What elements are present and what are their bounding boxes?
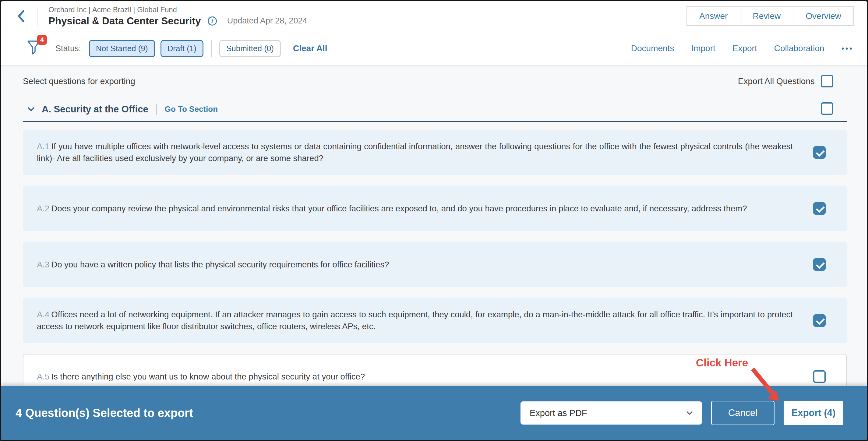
chip-not-started[interactable]: Not Started (9) [89,40,155,57]
chip-group-divider [211,40,212,57]
export-format-select[interactable]: Export as PDF [521,401,702,424]
info-icon[interactable]: i [208,17,217,26]
question-checkbox[interactable] [813,202,826,215]
section-rule [23,121,847,122]
section-collapse-button[interactable] [27,106,35,112]
back-button[interactable] [16,9,27,24]
question-text: A.2Does your company review the physical… [37,202,793,214]
overview-button[interactable]: Overview [793,6,854,26]
question-id: A.1 [37,141,49,151]
instruction-text: Select questions for exporting [23,76,135,86]
documents-link[interactable]: Documents [631,43,674,53]
question-checkbox[interactable] [813,146,826,159]
go-to-section-link[interactable]: Go To Section [165,104,218,114]
chip-submitted[interactable]: Submitted (0) [219,40,281,57]
clear-all-link[interactable]: Clear All [293,43,328,53]
question-list: A.1If you have multiple offices with net… [23,130,847,399]
filter-bar: 4 Status: Not Started (9) Draft (1) Subm… [1,31,867,66]
question-checkbox[interactable] [813,314,826,327]
chevron-down-icon [27,106,35,112]
export-all-control: Export All Questions [738,75,833,87]
page-title: Physical & Data Center Security [49,15,201,27]
breadcrumb: Orchard Inc | Acme Brazil | Global Fund [49,5,307,14]
question-row-a3[interactable]: A.3Do you have a written policy that lis… [23,242,847,287]
question-row-a2[interactable]: A.2Does your company review the physical… [23,186,847,231]
selected-count-text: 4 Question(s) Selected to export [16,407,193,420]
filter-button[interactable]: 4 [27,40,41,57]
export-format-value: Export as PDF [530,408,587,418]
collaboration-link[interactable]: Collaboration [774,43,825,53]
review-button[interactable]: Review [740,6,794,26]
export-all-checkbox[interactable] [821,75,833,87]
more-menu-icon[interactable]: ••• [841,44,854,53]
view-switcher: Answer Review Overview [686,6,854,26]
question-id: A.2 [37,204,49,213]
section-title: A. Security at the Office [42,104,148,115]
cancel-button[interactable]: Cancel [711,401,775,425]
question-text: A.5Is there anything else you want us to… [37,371,793,382]
question-row-a1[interactable]: A.1If you have multiple offices with net… [23,130,847,175]
question-text: A.4Offices need a lot of networking equi… [37,309,793,332]
question-list-panel: Select questions for exporting Export Al… [1,66,867,441]
title-block: Orchard Inc | Acme Brazil | Global Fund … [49,5,307,27]
updated-date: Updated Apr 28, 2024 [227,16,307,26]
status-label: Status: [56,44,81,53]
header-divider [37,7,37,26]
export-button[interactable]: Export (4) [784,401,843,425]
back-chevron-icon [16,9,27,24]
app-window: Orchard Inc | Acme Brazil | Global Fund … [0,0,868,441]
filter-count-badge: 4 [37,35,47,45]
export-instruction-row: Select questions for exporting Export Al… [23,66,847,87]
page-header: Orchard Inc | Acme Brazil | Global Fund … [1,1,867,31]
import-link[interactable]: Import [691,43,715,53]
question-row-a4[interactable]: A.4Offices need a lot of networking equi… [23,298,847,343]
section-checkbox[interactable] [821,102,833,115]
export-action-bar: 4 Question(s) Selected to export Export … [1,386,867,440]
toolbar-links: Documents Import Export Collaboration ••… [631,43,854,53]
export-link[interactable]: Export [733,43,757,53]
section-check-wrap [821,102,833,116]
section-divider [156,104,157,115]
select-chevron-icon [686,411,693,415]
question-text: A.3Do you have a written policy that lis… [37,259,793,271]
question-id: A.4 [37,310,49,319]
question-checkbox[interactable] [813,370,826,383]
export-all-label: Export All Questions [738,76,815,86]
chip-draft[interactable]: Draft (1) [160,40,204,57]
question-checkbox[interactable] [813,258,826,271]
question-id: A.5 [37,372,49,381]
question-id: A.3 [37,260,49,269]
question-text: A.1If you have multiple offices with net… [37,140,793,164]
answer-button[interactable]: Answer [686,6,740,26]
section-header: A. Security at the Office Go To Section [23,96,847,121]
